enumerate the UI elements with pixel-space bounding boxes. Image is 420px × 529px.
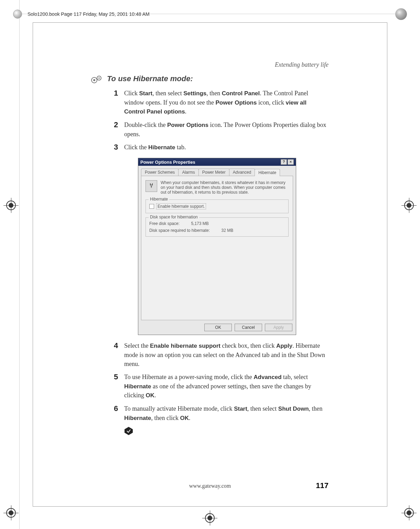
step-number: 3 — [114, 143, 124, 152]
page-number: 117 — [316, 481, 329, 490]
step-4: 4 Select the Enable hibernate support ch… — [114, 341, 329, 368]
ui-term: Enable hibernate support — [150, 343, 220, 349]
step-body: Double-click the Power Options icon. The… — [124, 120, 329, 139]
help-button[interactable]: ? — [281, 159, 287, 165]
step-text: , then select — [152, 90, 183, 97]
cancel-button[interactable]: Cancel — [235, 324, 262, 331]
step-5: 5 To use Hibernate as a power-saving mod… — [114, 373, 329, 400]
step-1: 1 Click Start, then select Settings, the… — [114, 89, 329, 116]
print-orb-right-icon — [395, 8, 407, 20]
ui-term: OK — [146, 392, 154, 399]
tab-advanced[interactable]: Advanced — [229, 169, 255, 176]
registration-mark-icon — [401, 198, 417, 213]
close-button[interactable]: × — [288, 159, 294, 165]
step-text: check box, then click — [220, 342, 276, 349]
step-number: 6 — [114, 404, 124, 422]
svg-marker-4 — [125, 427, 133, 435]
dialog-tabs: Power Schemes Alarms Power Meter Advance… — [138, 166, 296, 176]
section-heading: To use Hibernate mode: — [107, 74, 193, 83]
step-number: 4 — [114, 341, 124, 368]
ok-button[interactable]: OK — [204, 324, 232, 331]
step-text: Click the — [124, 144, 148, 151]
step-text: tab, select — [282, 374, 308, 380]
step-body: Click the Hibernate tab. — [124, 143, 329, 152]
end-of-procedure-icon — [124, 427, 133, 435]
step-text: , then click — [151, 414, 180, 421]
step-text: To use Hibernate as a power-saving mode,… — [124, 374, 254, 380]
registration-mark-icon — [401, 505, 417, 520]
page-frame: Extending battery life To use Hibernate … — [33, 22, 387, 507]
ui-term: OK — [180, 415, 189, 421]
step-2: 2 Double-click the Power Options icon. T… — [114, 120, 329, 139]
dialog-screenshot: Power Options Properties ? × Power Schem… — [138, 158, 329, 335]
step-6: 6 To manually activate Hibernate mode, c… — [114, 404, 329, 422]
registration-mark-icon — [202, 510, 217, 526]
enable-hibernate-label: Enable hibernate support. — [156, 203, 206, 209]
tab-hibernate[interactable]: Hibernate — [255, 169, 280, 176]
ui-term: Hibernate — [124, 415, 151, 421]
hibernate-group: Hibernate Enable hibernate support. — [146, 199, 289, 213]
ui-term: Apply — [276, 343, 292, 349]
step-text: Double-click the — [124, 121, 167, 128]
dialog-title: Power Options Properties — [140, 160, 195, 165]
step-text: . — [189, 414, 191, 421]
svg-point-3 — [98, 77, 100, 79]
gears-icon — [90, 74, 104, 85]
ui-term: Settings — [183, 90, 206, 97]
step-text: , then — [309, 405, 323, 412]
disk-space-legend: Disk space for hibernation — [149, 215, 199, 219]
ui-term: Control Panel — [222, 90, 260, 97]
ui-term: Power Options — [215, 99, 257, 106]
free-disk-label: Free disk space: — [149, 221, 180, 226]
step-text: . — [185, 108, 187, 115]
footer-url: www.gateway.com — [33, 483, 387, 489]
step-body: Click Start, then select Settings, then … — [124, 89, 329, 116]
disk-space-group: Disk space for hibernation Free disk spa… — [146, 217, 289, 237]
ui-term: Power Options — [167, 122, 208, 128]
tab-power-meter[interactable]: Power Meter — [198, 169, 229, 176]
dialog-info-text: When your computer hibernates, it stores… — [161, 180, 289, 195]
required-disk-label: Disk space required to hibernate: — [149, 228, 210, 233]
print-orb-left-icon — [13, 10, 22, 19]
registration-mark-icon — [3, 198, 19, 213]
registration-mark-icon — [3, 505, 19, 520]
ui-term: Hibernate — [148, 144, 175, 151]
hibernate-legend: Hibernate — [149, 197, 169, 202]
plug-icon — [146, 180, 157, 192]
ui-term: Advanced — [254, 374, 281, 380]
step-body: To manually activate Hibernate mode, cli… — [124, 404, 329, 422]
step-text: To manually activate Hibernate mode, cli… — [124, 405, 234, 412]
dialog-tab-panel: When your computer hibernates, it stores… — [141, 176, 293, 320]
svg-point-1 — [93, 79, 95, 81]
step-text: tab. — [175, 144, 186, 151]
ui-term: Start — [234, 406, 247, 412]
step-number: 5 — [114, 373, 124, 400]
step-text: icon, click — [257, 99, 286, 106]
step-number: 1 — [114, 89, 124, 116]
step-3: 3 Click the Hibernate tab. — [114, 143, 329, 152]
required-disk-value: 32 MB — [221, 228, 233, 233]
tab-power-schemes[interactable]: Power Schemes — [141, 169, 179, 176]
step-text: Select the — [124, 342, 150, 349]
ui-term: Start — [139, 90, 153, 97]
free-disk-value: 5,173 MB — [191, 221, 208, 226]
step-body: To use Hibernate as a power-saving mode,… — [124, 373, 329, 400]
ui-term: Shut Down — [278, 406, 309, 412]
enable-hibernate-checkbox[interactable] — [149, 204, 154, 209]
step-number: 2 — [114, 120, 124, 139]
step-body: Select the Enable hibernate support chec… — [124, 341, 329, 368]
apply-button[interactable]: Apply — [265, 324, 292, 331]
dialog-titlebar: Power Options Properties ? × — [138, 158, 296, 166]
step-text: , then select — [247, 405, 278, 412]
ui-term: Hibernate — [124, 383, 151, 390]
running-head: Extending battery life — [275, 61, 329, 68]
step-text: , then — [206, 90, 222, 97]
print-header-text: Solo1200.book Page 117 Friday, May 25, 2… — [28, 11, 150, 17]
step-text: . — [154, 392, 156, 399]
step-text: Click — [124, 90, 139, 97]
tab-alarms[interactable]: Alarms — [178, 169, 198, 176]
